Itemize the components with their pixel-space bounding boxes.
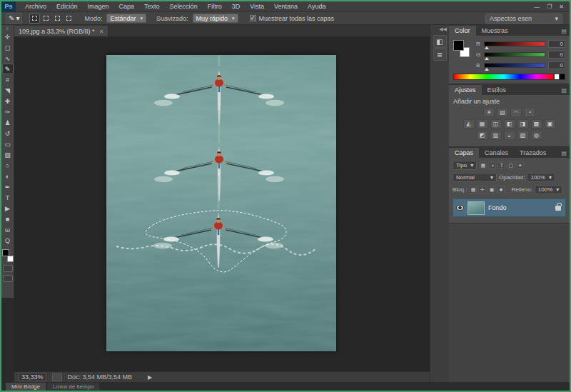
tool-preset-picker[interactable]: ✎ ▾ bbox=[6, 13, 22, 24]
menu-item-ventana[interactable]: Ventana bbox=[269, 1, 303, 12]
foreground-color-swatch[interactable] bbox=[2, 249, 9, 256]
layer-filter-icon[interactable]: T bbox=[497, 161, 505, 169]
layer-filter-type-select[interactable]: Tipo▾ bbox=[453, 161, 477, 170]
menu-item-selecci-n[interactable]: Selección bbox=[165, 1, 203, 12]
adjustment-icon[interactable]: ▤ bbox=[497, 108, 508, 117]
move-tool-icon[interactable]: ✛ bbox=[2, 31, 14, 42]
panel-color-swatches[interactable] bbox=[453, 40, 472, 61]
close-icon[interactable]: ✕ bbox=[559, 4, 564, 10]
lock-icon[interactable]: ■ bbox=[497, 186, 505, 194]
menu-item-ayuda[interactable]: Ayuda bbox=[303, 1, 330, 12]
color-slider-b[interactable]: B0 bbox=[476, 61, 565, 69]
slider-knob-icon[interactable] bbox=[485, 68, 489, 71]
adjustment-icon[interactable]: ◍ bbox=[531, 131, 542, 140]
zoom-level-field[interactable]: 33,33% bbox=[19, 373, 46, 381]
adjustment-icon[interactable]: ◒ bbox=[504, 131, 515, 140]
tab-mini-bridge[interactable]: Mini Bridge bbox=[6, 383, 46, 391]
crop-tool-icon[interactable]: # bbox=[2, 74, 14, 85]
foreground-color-swatch[interactable] bbox=[453, 40, 464, 51]
tab-channels[interactable]: Canales bbox=[479, 148, 514, 158]
color-slider-g[interactable]: G0 bbox=[476, 51, 565, 59]
menu-item-archivo[interactable]: Archivo bbox=[20, 1, 51, 12]
adjustment-icon[interactable]: ◫ bbox=[490, 119, 502, 129]
adjustment-icon[interactable]: ▣ bbox=[545, 119, 556, 129]
eraser-tool-icon[interactable]: ▭ bbox=[2, 139, 14, 149]
minimize-icon[interactable]: — bbox=[534, 4, 540, 10]
panel-menu-icon[interactable]: ▤ bbox=[561, 87, 567, 94]
blur-tool-icon[interactable]: ○ bbox=[2, 160, 14, 171]
panel-menu-icon[interactable]: ▤ bbox=[561, 28, 567, 34]
smoothing-select[interactable]: Muy rápido▾ bbox=[193, 14, 238, 23]
intersect-selection-button[interactable] bbox=[64, 14, 74, 24]
adjustment-icon[interactable]: ◔ bbox=[524, 108, 535, 117]
shape-tool-icon[interactable]: ■ bbox=[2, 213, 14, 224]
quick-selection-tool-icon[interactable]: ✎ bbox=[2, 64, 14, 74]
menu-item-capa[interactable]: Capa bbox=[114, 1, 140, 12]
marquee-tool-icon[interactable]: ◻ bbox=[2, 42, 14, 53]
gradient-tool-icon[interactable]: ▨ bbox=[2, 149, 14, 160]
quick-mask-button[interactable] bbox=[3, 265, 13, 272]
slider-track[interactable] bbox=[484, 52, 545, 57]
slider-knob-icon[interactable] bbox=[485, 46, 489, 49]
layer-filter-icon[interactable]: ✦ bbox=[516, 161, 524, 169]
adjustment-icon[interactable]: ◩ bbox=[477, 131, 488, 140]
new-selection-button[interactable] bbox=[29, 14, 40, 24]
slider-track[interactable] bbox=[484, 63, 545, 68]
menu-item-filtro[interactable]: Filtro bbox=[203, 1, 227, 12]
document-image[interactable] bbox=[106, 55, 336, 351]
panel-menu-icon[interactable]: ▤ bbox=[561, 150, 567, 156]
adjustment-icon[interactable]: ▦ bbox=[477, 119, 488, 129]
color-slider-r[interactable]: R0 bbox=[476, 40, 565, 48]
adjustment-icon[interactable]: ◠ bbox=[510, 108, 522, 117]
adjustment-icon[interactable]: ◨ bbox=[517, 119, 529, 129]
tab-close-icon[interactable]: × bbox=[100, 28, 103, 35]
adjustment-icon[interactable]: ▧ bbox=[517, 131, 529, 140]
lock-icon[interactable]: ✛ bbox=[478, 186, 486, 194]
white-swatch[interactable] bbox=[554, 74, 560, 80]
healing-brush-tool-icon[interactable]: ✚ bbox=[2, 96, 14, 106]
type-tool-icon[interactable]: T bbox=[2, 192, 14, 203]
pen-tool-icon[interactable]: ✒ bbox=[2, 181, 14, 192]
tab-color[interactable]: Color bbox=[449, 26, 476, 36]
subtract-from-selection-button[interactable] bbox=[52, 14, 63, 24]
properties-panel-icon[interactable]: ◧ bbox=[433, 35, 447, 48]
add-to-selection-button[interactable] bbox=[41, 14, 51, 24]
sample-all-layers-checkbox[interactable]: ✓ Muestrear todas las capas bbox=[250, 15, 335, 22]
adjustment-icon[interactable]: ◭ bbox=[463, 119, 475, 129]
channel-value[interactable]: 0 bbox=[548, 40, 565, 48]
clone-stamp-tool-icon[interactable]: ♟ bbox=[2, 117, 14, 128]
adjustment-icon[interactable]: ▥ bbox=[490, 131, 502, 140]
screen-mode-button[interactable] bbox=[3, 275, 13, 282]
adjustment-icon[interactable]: ▩ bbox=[531, 119, 542, 129]
channel-value[interactable]: 0 bbox=[548, 51, 565, 59]
opacity-field[interactable]: 100%▾ bbox=[527, 173, 555, 182]
hand-tool-icon[interactable]: ω bbox=[2, 224, 14, 235]
dodge-tool-icon[interactable]: ◐ bbox=[2, 171, 14, 181]
brush-tool-icon[interactable]: ✑ bbox=[2, 106, 14, 117]
status-menu-arrow-icon[interactable]: ▶ bbox=[148, 374, 152, 381]
layer-visibility-eye-icon[interactable] bbox=[456, 205, 464, 211]
menu-item-vista[interactable]: Vista bbox=[245, 1, 269, 12]
slider-track[interactable] bbox=[484, 41, 545, 46]
layer-thumbnail[interactable] bbox=[468, 201, 485, 215]
eyedropper-tool-icon[interactable]: ◥ bbox=[2, 85, 14, 96]
adjustment-icon[interactable]: ☀ bbox=[483, 108, 495, 117]
channel-value[interactable]: 0 bbox=[548, 61, 565, 69]
tab-styles[interactable]: Estilos bbox=[482, 85, 512, 95]
mode-select[interactable]: Estándar▾ bbox=[106, 14, 146, 23]
workspace-switcher[interactable]: Aspectos esen ▾ bbox=[485, 14, 562, 24]
lock-icon[interactable]: ▣ bbox=[487, 186, 495, 194]
history-panel-icon[interactable]: ≣ bbox=[433, 48, 447, 61]
blend-mode-select[interactable]: Normal▾ bbox=[453, 173, 497, 182]
menu-item-imagen[interactable]: Imagen bbox=[83, 1, 114, 12]
status-options-icon[interactable] bbox=[52, 373, 62, 381]
lock-icon[interactable]: ▦ bbox=[469, 186, 477, 194]
slider-knob-icon[interactable] bbox=[485, 57, 489, 60]
document-tab[interactable]: 109.jpg a 33,3% (RGB/8) * × bbox=[14, 26, 108, 36]
menu-item-edici-n[interactable]: Edición bbox=[51, 1, 83, 12]
menu-item-texto[interactable]: Texto bbox=[139, 1, 165, 12]
history-brush-tool-icon[interactable]: ↺ bbox=[2, 128, 14, 139]
adjustment-icon[interactable]: ◧ bbox=[504, 119, 515, 129]
layer-filter-icon[interactable]: ▦ bbox=[479, 161, 487, 169]
menu-item-3d[interactable]: 3D bbox=[227, 1, 246, 12]
